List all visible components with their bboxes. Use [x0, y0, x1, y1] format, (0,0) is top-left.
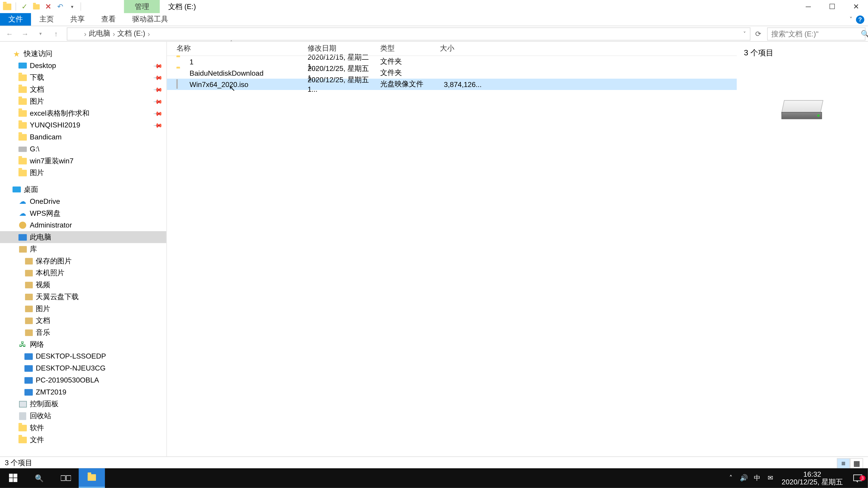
- tree-pinned-item[interactable]: G:\: [0, 143, 166, 155]
- qat-dropdown-icon[interactable]: ▾: [67, 2, 77, 11]
- tree-library-item[interactable]: 图片: [0, 303, 166, 315]
- file-list[interactable]: 名称 ˄ 修改日期 类型 大小 12020/12/15, 星期二 1...文件夹…: [167, 42, 737, 456]
- file-name: 1: [190, 57, 308, 66]
- tree-extra-item[interactable]: 回收站: [0, 410, 166, 422]
- maximize-button[interactable]: ☐: [820, 0, 844, 13]
- ribbon-tab-home[interactable]: 主页: [31, 13, 62, 26]
- tree-pinned-item[interactable]: YUNQISHI2019📌: [0, 119, 166, 131]
- column-headers[interactable]: 名称 ˄ 修改日期 类型 大小: [167, 42, 737, 56]
- close-button[interactable]: ✕: [844, 0, 868, 13]
- tree-extra-item[interactable]: 控制面板: [0, 398, 166, 410]
- item-icon: [24, 256, 33, 266]
- nav-forward-button[interactable]: →: [18, 27, 32, 40]
- address-row: ← → ▾ ↑ › 此电脑 › 文档 (E:) › ˅ ⟳ 🔍: [0, 26, 868, 42]
- tree-pinned-item[interactable]: 图片📌: [0, 95, 166, 107]
- tree-library-item[interactable]: 音乐: [0, 326, 166, 338]
- tree-pinned-item[interactable]: 下载📌: [0, 71, 166, 84]
- nav-back-button[interactable]: ←: [2, 27, 17, 40]
- file-row[interactable]: BaiduNetdiskDownload2020/12/25, 星期五 1...…: [167, 67, 737, 78]
- col-type[interactable]: 类型: [380, 43, 440, 54]
- taskbar[interactable]: 🔍 ˄ 🔊 中 ✉ 16:32 2020/12/25, 星期五 3: [0, 468, 868, 488]
- desktop-icon: [12, 185, 22, 194]
- tray-ime-icon[interactable]: 中: [751, 474, 764, 483]
- tree-quick-access[interactable]: ★ 快速访问: [0, 48, 166, 60]
- tree-library-item[interactable]: 天翼云盘下载: [0, 291, 166, 303]
- qat-undo-icon[interactable]: ↶: [55, 2, 65, 11]
- tree-network[interactable]: 🖧 网络: [0, 338, 166, 350]
- folder-icon: [177, 57, 186, 66]
- file-size: 3,874,126...: [440, 80, 482, 89]
- tree-desktop-item[interactable]: 库: [0, 243, 166, 255]
- view-thumbnails-button[interactable]: ▦: [850, 458, 863, 468]
- qat-properties-icon[interactable]: ✓: [20, 2, 29, 11]
- task-view-button[interactable]: [53, 468, 79, 488]
- titlebar: ✓ ✕ ↶ ▾ 管理 文档 (E:) ─ ☐ ✕: [0, 0, 868, 13]
- taskbar-explorer-button[interactable]: [79, 468, 105, 488]
- folder-icon: [177, 68, 186, 78]
- tree-library-item[interactable]: 本机照片: [0, 267, 166, 279]
- col-date[interactable]: 修改日期: [308, 43, 380, 54]
- breadcrumb-drive[interactable]: 文档 (E:): [117, 29, 145, 39]
- file-row[interactable]: Win7x64_2020.iso2020/12/25, 星期五 1...光盘映像…: [167, 78, 737, 90]
- tray-overflow-icon[interactable]: ˄: [724, 474, 738, 482]
- breadcrumb[interactable]: › 此电脑 › 文档 (E:) › ˅: [67, 27, 750, 40]
- item-icon: [18, 85, 27, 94]
- refresh-button[interactable]: ⟳: [752, 30, 765, 38]
- tree-pinned-item[interactable]: win7重装win7: [0, 155, 166, 167]
- search-icon[interactable]: 🔍: [861, 30, 868, 38]
- tree-pinned-item[interactable]: Desktop📌: [0, 60, 166, 72]
- nav-tree[interactable]: ★ 快速访问 Desktop📌下载📌文档📌图片📌excel表格制作求和📌YUNQ…: [0, 42, 167, 456]
- tree-network-item[interactable]: PC-20190530OBLA: [0, 374, 166, 386]
- qat-delete-icon[interactable]: ✕: [43, 2, 53, 11]
- tray-mail-icon[interactable]: ✉: [764, 474, 777, 482]
- ribbon-tab-file[interactable]: 文件: [0, 13, 31, 26]
- tree-library-item[interactable]: 文档: [0, 315, 166, 326]
- qat-new-folder-icon[interactable]: [32, 2, 41, 11]
- tray-volume-icon[interactable]: 🔊: [738, 474, 751, 482]
- ribbon-expand-icon[interactable]: ˅: [849, 16, 852, 23]
- tree-pinned-item[interactable]: 图片: [0, 167, 166, 179]
- search-input[interactable]: [768, 30, 861, 38]
- ribbon-tab-drive-tools[interactable]: 驱动器工具: [124, 13, 176, 26]
- tree-extra-item[interactable]: 软件: [0, 422, 166, 434]
- search-box[interactable]: 🔍: [767, 27, 866, 40]
- item-icon: [24, 328, 33, 337]
- nav-recent-dropdown[interactable]: ▾: [33, 27, 48, 40]
- context-tab-label: 管理: [124, 0, 160, 13]
- file-row[interactable]: 12020/12/15, 星期二 1...文件夹: [167, 56, 737, 67]
- ribbon-tab-share[interactable]: 共享: [62, 13, 93, 26]
- help-icon[interactable]: ?: [856, 15, 864, 24]
- breadcrumb-dropdown-icon[interactable]: ˅: [740, 31, 750, 37]
- tree-network-item[interactable]: ZMT2019: [0, 386, 166, 398]
- tree-desktop-item[interactable]: Administrator: [0, 219, 166, 231]
- tree-pinned-item[interactable]: 文档📌: [0, 84, 166, 95]
- tree-desktop-item[interactable]: ☁WPS网盘: [0, 207, 166, 219]
- tree-library-item[interactable]: 保存的图片: [0, 255, 166, 267]
- tree-extra-item[interactable]: 文件: [0, 434, 166, 446]
- item-icon: [18, 399, 27, 409]
- taskbar-search-button[interactable]: 🔍: [26, 468, 53, 488]
- tree-pinned-item[interactable]: excel表格制作求和📌: [0, 107, 166, 119]
- view-details-button[interactable]: ≡: [837, 458, 850, 468]
- tree-network-item[interactable]: DESKTOP-NJEU3CG: [0, 362, 166, 374]
- tree-desktop-item[interactable]: 此电脑: [0, 231, 166, 243]
- sort-asc-icon: ˄: [230, 40, 232, 45]
- nav-up-button[interactable]: ↑: [49, 27, 63, 40]
- tree-network-item[interactable]: DESKTOP-LSSOEDP: [0, 350, 166, 362]
- tree-library-item[interactable]: 视频: [0, 279, 166, 291]
- tree-desktop-item[interactable]: ☁OneDrive: [0, 195, 166, 207]
- tree-desktop[interactable]: 桌面: [0, 184, 166, 195]
- tray-clock[interactable]: 16:32 2020/12/25, 星期五: [777, 470, 848, 486]
- item-icon: [18, 96, 27, 106]
- breadcrumb-pc[interactable]: 此电脑: [89, 29, 110, 39]
- col-size[interactable]: 大小: [440, 43, 482, 54]
- minimize-button[interactable]: ─: [796, 0, 820, 13]
- tree-pinned-item[interactable]: Bandicam: [0, 131, 166, 143]
- file-date: 2020/12/25, 星期五 1...: [308, 75, 380, 94]
- action-center-button[interactable]: 3: [848, 473, 868, 483]
- item-icon: [18, 108, 27, 118]
- ribbon-tab-view[interactable]: 查看: [93, 13, 124, 26]
- item-icon: [24, 268, 33, 278]
- col-name[interactable]: 名称 ˄: [177, 43, 308, 54]
- start-button[interactable]: [0, 468, 26, 488]
